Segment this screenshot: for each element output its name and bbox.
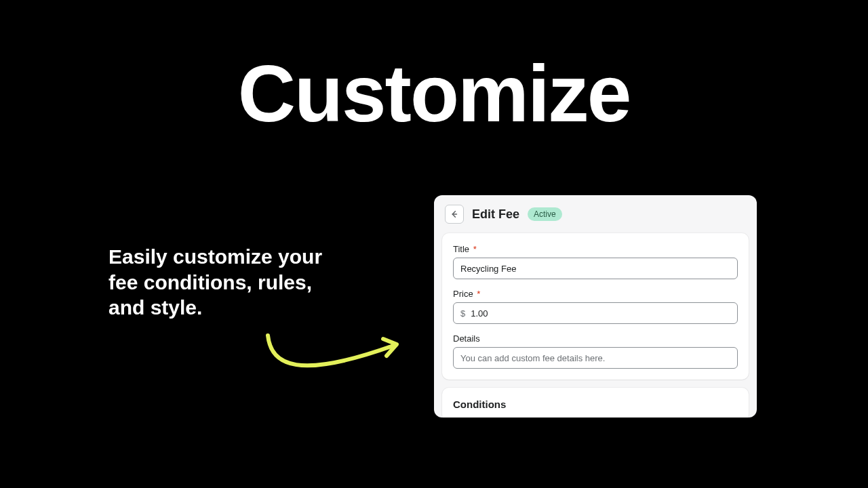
details-field: Details bbox=[453, 333, 738, 369]
required-marker: * bbox=[477, 289, 480, 299]
panel-title: Edit Fee bbox=[472, 207, 519, 222]
title-label: Title * bbox=[453, 244, 738, 254]
panel-header: Edit Fee Active bbox=[434, 195, 757, 233]
title-input[interactable] bbox=[453, 258, 738, 279]
currency-symbol: $ bbox=[454, 308, 471, 319]
price-input[interactable] bbox=[471, 303, 737, 323]
conditions-card: Conditions bbox=[442, 388, 749, 418]
details-label: Details bbox=[453, 333, 738, 344]
title-field: Title * bbox=[453, 244, 738, 279]
fee-details-card: Title * Price * $ Details bbox=[442, 233, 749, 380]
back-button[interactable] bbox=[445, 205, 464, 224]
price-input-wrap: $ bbox=[453, 302, 738, 324]
conditions-title: Conditions bbox=[453, 399, 738, 410]
status-badge: Active bbox=[528, 207, 562, 221]
required-marker: * bbox=[473, 244, 477, 254]
arrow-decoration bbox=[258, 332, 407, 386]
price-label-text: Price bbox=[453, 289, 473, 299]
hero-subtitle: Easily customize your fee conditions, ru… bbox=[108, 244, 353, 321]
details-input[interactable] bbox=[453, 347, 738, 369]
edit-fee-panel: Edit Fee Active Title * Price * $ Detail… bbox=[434, 195, 757, 418]
arrow-left-icon bbox=[450, 209, 459, 219]
hero-title: Customize bbox=[238, 47, 631, 140]
title-label-text: Title bbox=[453, 244, 469, 254]
price-field: Price * $ bbox=[453, 289, 738, 324]
price-label: Price * bbox=[453, 289, 738, 299]
